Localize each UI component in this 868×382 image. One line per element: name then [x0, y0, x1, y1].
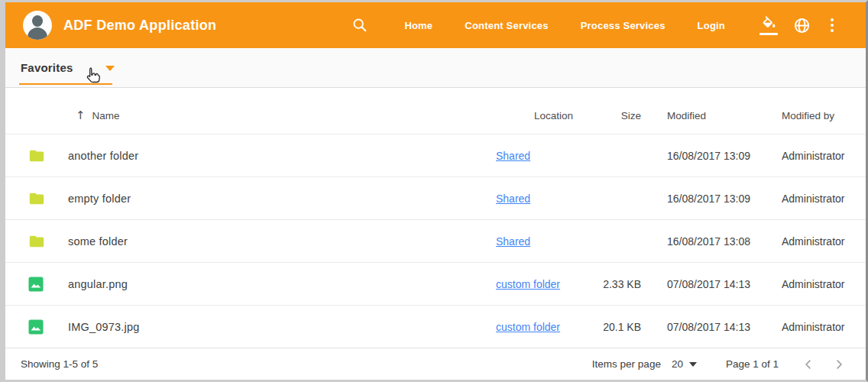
nav-item-process-services[interactable]: Process Services: [581, 12, 666, 39]
modified-by-cell: Administrator: [782, 193, 858, 205]
cursor-pointer: [83, 66, 102, 89]
table-row[interactable]: empty folder Shared 16/08/2017 13:09 Adm…: [5, 176, 866, 219]
modified-cell: 07/08/2017 14:13: [641, 278, 782, 290]
file-name: empty folder: [68, 193, 496, 205]
search-icon[interactable]: [351, 17, 368, 34]
globe-icon[interactable]: [793, 17, 811, 34]
dropdown-caret-icon: [689, 362, 697, 367]
column-header-location[interactable]: Location: [496, 110, 580, 121]
table-row[interactable]: angular.png custom folder 2.33 KB 07/08/…: [5, 262, 866, 305]
file-type-icon-cell: [25, 319, 68, 335]
modified-by-cell: Administrator: [782, 321, 858, 333]
chevron-down-icon[interactable]: [105, 66, 115, 71]
image-file-icon: [28, 277, 44, 292]
table-row[interactable]: some folder Shared 16/08/2017 13:08 Admi…: [5, 219, 866, 262]
size-cell: 2.33 KB: [580, 278, 641, 290]
paint-bucket-icon[interactable]: [760, 16, 778, 35]
column-header-size[interactable]: Size: [580, 110, 641, 121]
location-link[interactable]: Shared: [496, 193, 530, 205]
location-cell: Shared: [496, 235, 580, 248]
column-header-name[interactable]: ↑ Name: [68, 108, 496, 122]
file-name: some folder: [68, 235, 496, 248]
file-name: another folder: [68, 150, 496, 162]
user-avatar[interactable]: [23, 11, 52, 40]
location-link[interactable]: Shared: [496, 150, 530, 162]
nav-item-content-services[interactable]: Content Services: [465, 12, 548, 39]
modified-by-cell: Administrator: [782, 150, 858, 162]
nav-item-login[interactable]: Login: [698, 12, 725, 39]
location-cell: custom folder: [496, 278, 580, 290]
folder-icon: [28, 233, 45, 250]
modified-by-cell: Administrator: [782, 278, 858, 290]
next-page-button[interactable]: [829, 354, 849, 374]
page-status: Page 1 of 1: [726, 358, 779, 370]
items-per-page-label: Items per page: [592, 358, 661, 370]
file-type-icon-cell: [25, 277, 68, 292]
location-link[interactable]: custom folder: [496, 321, 560, 333]
size-cell: 20.1 KB: [580, 321, 641, 333]
location-cell: Shared: [496, 150, 580, 162]
location-cell: custom folder: [496, 321, 580, 333]
modified-cell: 16/08/2017 13:09: [641, 193, 782, 205]
file-name: angular.png: [68, 278, 496, 290]
table-row[interactable]: another folder Shared 16/08/2017 13:09 A…: [5, 134, 866, 176]
image-file-icon: [28, 319, 44, 335]
document-list: ↑ Name Location Size Modified Modified b…: [5, 88, 866, 348]
app-window: ADF Demo Application Home Content Servic…: [0, 0, 868, 382]
modified-cell: 07/08/2017 14:13: [641, 321, 782, 333]
main-nav: Home Content Services Process Services L…: [388, 12, 741, 39]
column-header-modified-by[interactable]: Modified by: [782, 110, 858, 121]
modified-cell: 16/08/2017 13:08: [641, 235, 782, 248]
items-per-page-select[interactable]: Items per page 20: [592, 358, 697, 370]
showing-range-label: Showing 1-5 of 5: [21, 358, 98, 370]
app-title: ADF Demo Application: [63, 18, 216, 34]
location-link[interactable]: custom folder: [496, 278, 560, 290]
folder-icon: [28, 190, 45, 207]
table-row[interactable]: IMG_0973.jpg custom folder 20.1 KB 07/08…: [5, 305, 866, 348]
items-per-page-value: 20: [672, 358, 683, 370]
more-vertical-icon[interactable]: [826, 17, 838, 34]
paginator-bar: Showing 1-5 of 5 Items per page 20 Page …: [5, 348, 866, 380]
previous-page-button[interactable]: [798, 354, 818, 374]
view-selector-bar: Favorites: [5, 48, 866, 88]
tab-favorites[interactable]: Favorites: [21, 61, 73, 74]
file-type-icon-cell: [25, 233, 68, 250]
modified-by-cell: Administrator: [782, 235, 858, 248]
folder-icon: [28, 147, 45, 164]
column-header-modified[interactable]: Modified: [641, 110, 782, 121]
table-header-row: ↑ Name Location Size Modified Modified b…: [5, 97, 866, 134]
modified-cell: 16/08/2017 13:09: [641, 150, 782, 162]
nav-item-home[interactable]: Home: [404, 12, 432, 39]
table-body: another folder Shared 16/08/2017 13:09 A…: [5, 134, 866, 348]
file-name: IMG_0973.jpg: [68, 321, 496, 333]
app-toolbar: ADF Demo Application Home Content Servic…: [5, 2, 866, 48]
file-type-icon-cell: [25, 190, 68, 207]
file-type-icon-cell: [25, 147, 68, 164]
location-link[interactable]: Shared: [496, 235, 530, 248]
avatar-person-icon: [32, 15, 43, 27]
sort-ascending-icon: ↑: [76, 108, 86, 122]
location-cell: Shared: [496, 193, 580, 205]
